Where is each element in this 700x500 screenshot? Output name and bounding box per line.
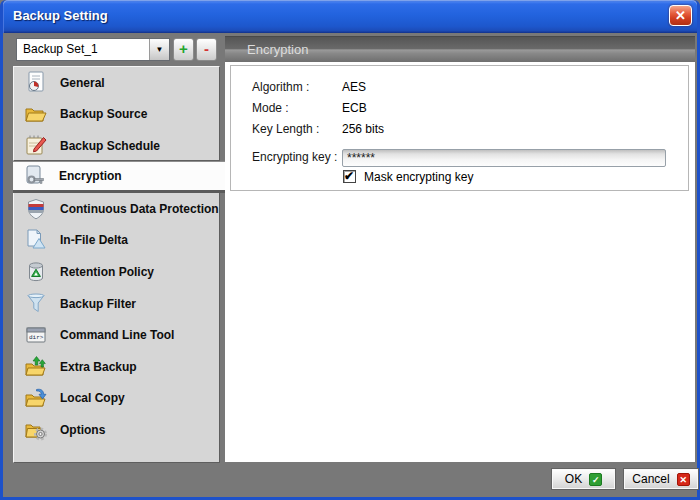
sidebar-item-label: Backup Source: [60, 107, 147, 121]
svg-text:dir>: dir>: [29, 334, 44, 341]
folder-copy-arrow-icon: [23, 385, 49, 411]
cancel-button-label: Cancel: [632, 472, 669, 486]
backup-set-value: Backup Set_1: [17, 39, 149, 60]
ok-button-label: OK: [565, 472, 582, 486]
sidebar-item-retention-policy[interactable]: Retention Policy: [14, 256, 219, 288]
add-backup-set-button[interactable]: +: [173, 38, 194, 61]
open-folder-icon: [23, 101, 49, 127]
sidebar-item-backup-source[interactable]: Backup Source: [14, 99, 219, 131]
sidebar-item-label: Extra Backup: [60, 360, 137, 374]
document-chart-icon: [23, 70, 49, 96]
folder-gear-icon: [23, 417, 49, 443]
window-title: Backup Setting: [13, 0, 108, 31]
sidebar-item-extra-backup[interactable]: Extra Backup: [14, 351, 219, 383]
key-card-icon: [22, 163, 48, 189]
folder-up-arrows-icon: [23, 354, 49, 380]
sidebar-item-backup-schedule[interactable]: Backup Schedule: [14, 130, 219, 162]
sidebar-item-general[interactable]: General: [14, 67, 219, 99]
ok-check-icon: ✓: [589, 473, 602, 486]
sidebar-item-label: Local Copy: [60, 391, 125, 405]
terminal-icon: dir>: [23, 322, 49, 348]
sidebar-item-label: General: [60, 76, 105, 90]
encrypting-key-label: Encrypting key :: [252, 150, 337, 164]
sidebar-item-label: In-File Delta: [60, 233, 128, 247]
shield-icon: [23, 196, 49, 222]
sidebar-item-label: Backup Filter: [60, 297, 136, 311]
mask-checkbox[interactable]: [343, 170, 356, 183]
panel-header: Encryption: [225, 36, 695, 62]
sidebar-item-label: Continuous Data Protection: [60, 202, 219, 216]
funnel-icon: [23, 291, 49, 317]
sidebar-item-continuous-data-protection[interactable]: Continuous Data Protection: [14, 193, 219, 225]
sidebar-group-bottom: Continuous Data Protection In-File Delta…: [13, 192, 220, 463]
backup-set-dropdown[interactable]: Backup Set_1 ▼: [16, 38, 170, 61]
schedule-notepad-icon: [23, 133, 49, 159]
backup-setting-dialog: Backup Setting ✕ Backup Set_1 ▼ + - Gene…: [0, 0, 700, 500]
title-bar: Backup Setting ✕: [3, 0, 697, 33]
key-length-label: Key Length :: [252, 122, 319, 136]
remove-backup-set-button[interactable]: -: [196, 38, 217, 61]
encryption-fields-box: Algorithm : AES Mode : ECB Key Length : …: [230, 65, 689, 191]
dropdown-arrow-icon[interactable]: ▼: [149, 39, 169, 60]
sidebar-item-command-line-tool[interactable]: dir> Command Line Tool: [14, 319, 219, 351]
sidebar-item-local-copy[interactable]: Local Copy: [14, 383, 219, 415]
sidebar-item-in-file-delta[interactable]: In-File Delta: [14, 225, 219, 257]
key-length-value: 256 bits: [342, 122, 384, 136]
cancel-button[interactable]: Cancel ✕: [623, 468, 699, 490]
sidebar-item-encryption-selected[interactable]: Encryption: [13, 161, 225, 193]
sidebar-group-top: General Backup Source Backup Schedule: [13, 66, 220, 161]
sidebar-item-label: Options: [60, 423, 105, 437]
close-icon[interactable]: ✕: [669, 5, 692, 26]
sidebar-item-label: Retention Policy: [60, 265, 154, 279]
ok-button[interactable]: OK ✓: [551, 468, 616, 490]
delta-files-icon: [23, 227, 49, 253]
encrypting-key-input[interactable]: [342, 149, 666, 167]
algorithm-value: AES: [342, 80, 366, 94]
sidebar-item-label: Backup Schedule: [60, 139, 160, 153]
algorithm-label: Algorithm :: [252, 80, 309, 94]
encryption-panel: Algorithm : AES Mode : ECB Key Length : …: [225, 62, 695, 462]
sidebar-item-options[interactable]: Options: [14, 414, 219, 446]
sidebar-item-label: Encryption: [59, 169, 122, 183]
cancel-x-icon: ✕: [677, 473, 690, 486]
mode-value: ECB: [342, 101, 367, 115]
recycle-bin-icon: [23, 259, 49, 285]
mode-label: Mode :: [252, 101, 289, 115]
sidebar-item-label: Command Line Tool: [60, 328, 174, 342]
mask-checkbox-label: Mask encrypting key: [364, 170, 473, 184]
sidebar-item-backup-filter[interactable]: Backup Filter: [14, 288, 219, 320]
